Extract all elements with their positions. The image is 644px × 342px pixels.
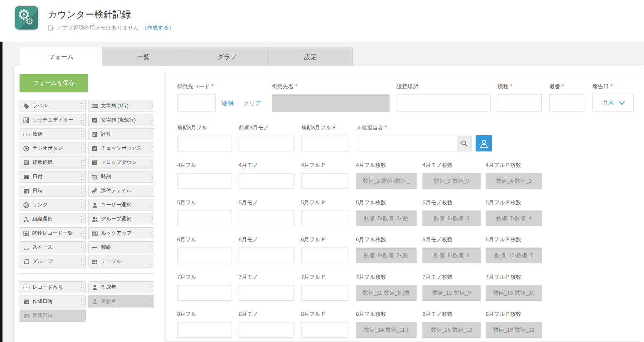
inspector-user-input[interactable]: [356, 136, 457, 151]
lookup-fetch-button[interactable]: 取得: [222, 100, 234, 107]
palette-item-multi-select[interactable]: 複数選択: [20, 156, 86, 169]
number-input[interactable]: [239, 285, 294, 301]
number-input[interactable]: [177, 322, 232, 338]
field-label-month: 5月フル枚数: [356, 199, 386, 206]
number-input[interactable]: [301, 248, 348, 263]
palette-item-record-number[interactable]: 123レコード番号: [20, 281, 86, 293]
calculated-field[interactable]: 数値_14-数値_11-(: [356, 322, 417, 338]
palette-item-date[interactable]: 日付: [20, 171, 86, 183]
datetime-icon: [23, 188, 30, 194]
palette-item-link[interactable]: リンク: [20, 199, 86, 211]
calc-icon: [91, 131, 98, 138]
number-input[interactable]: [239, 322, 294, 338]
calculated-field[interactable]: 数値_6-数値_3: [422, 211, 481, 226]
palette-item-creator[interactable]: 作成者: [88, 281, 154, 293]
calculated-field[interactable]: 数値_7-数値_4: [486, 211, 542, 226]
memo-create-link[interactable]: （作成する）: [141, 24, 174, 32]
palette-item-group[interactable]: グループ: [20, 255, 86, 268]
save-form-button[interactable]: フォームを保存: [20, 74, 88, 92]
drag-handle-icon: [150, 174, 151, 175]
palette-item-text-multi[interactable]: 文字列 (複数行): [88, 114, 154, 126]
palette-item-org-select[interactable]: 組織選択: [20, 213, 86, 225]
lookup-clear-button[interactable]: クリア: [243, 100, 261, 107]
tab-form[interactable]: フォーム: [20, 47, 102, 67]
calculated-field[interactable]: 数値_16-数値_13: [486, 322, 542, 338]
palette-item-space[interactable]: スペース: [20, 241, 86, 253]
number-input[interactable]: [301, 211, 348, 226]
palette-item-datetime[interactable]: 日時: [20, 185, 86, 197]
calculated-field[interactable]: 数値_2-数値-(数値_: [356, 173, 417, 189]
palette-item-tag[interactable]: ラベル: [20, 100, 86, 112]
palette-item-attachment[interactable]: 添付ファイル: [88, 185, 154, 197]
palette-item-label: グループ: [32, 258, 53, 265]
palette-item-updater: 更新者: [88, 295, 154, 307]
number-input[interactable]: [177, 285, 232, 301]
inspector-user-select-field[interactable]: [356, 136, 472, 151]
field-label-month: 7月フル枚数: [356, 273, 386, 281]
number-input[interactable]: [177, 248, 232, 263]
field-label-prev-march-full: 前期3月フル: [177, 124, 207, 131]
palette-item-created-time[interactable]: 作成日時: [20, 295, 86, 307]
calculated-field[interactable]: 数値_12-数値_9: [422, 285, 481, 301]
add-user-button[interactable]: [476, 135, 492, 151]
field-label-month: 4月フルＰ: [301, 161, 326, 169]
tab-graph[interactable]: グラフ: [185, 47, 269, 66]
calculated-field[interactable]: 数値_9-数値_6: [422, 248, 481, 263]
number-input[interactable]: [177, 173, 232, 189]
palette-item-user-select[interactable]: ユーザー選択: [88, 199, 154, 211]
palette-item-hr[interactable]: 罫線: [88, 241, 154, 253]
palette-item-related-records[interactable]: 関連レコード一覧: [20, 227, 86, 239]
customer-name-field-disabled: [272, 94, 390, 112]
screen-edge-strip: [0, 37, 2, 342]
user-search-segment[interactable]: [457, 136, 471, 151]
memo-note-icon: [48, 25, 54, 31]
palette-item-calc[interactable]: 計算: [88, 128, 154, 140]
calculated-field[interactable]: 数値_13-数値_10: [486, 285, 542, 301]
number-input[interactable]: [301, 285, 348, 301]
report-date-dropdown[interactable]: 月末: [592, 94, 634, 112]
number-input[interactable]: [239, 248, 294, 263]
calculated-field[interactable]: 数値_11-数値_8-(数: [356, 285, 417, 301]
palette-item-radio[interactable]: ラジオボタン: [20, 142, 86, 154]
tab-list[interactable]: 一覧: [102, 47, 185, 66]
palette-item-group-select[interactable]: グループ選択: [88, 213, 154, 225]
date-icon: [23, 173, 30, 180]
prev-march-fullp-input[interactable]: [301, 136, 348, 151]
palette-item-label: 更新者: [101, 298, 116, 305]
palette-item-label: ユーザー選択: [101, 201, 131, 208]
field-label-month: 6月フルＰ枚数: [486, 236, 521, 243]
calculated-field[interactable]: 数値_5-数値_2-(数: [356, 211, 417, 226]
number-input[interactable]: [239, 211, 294, 226]
palette-item-time[interactable]: 時刻: [88, 171, 154, 183]
prev-march-mono-input[interactable]: [239, 136, 294, 151]
palette-item-lookup[interactable]: ルックアップ: [88, 227, 154, 239]
prev-march-full-input[interactable]: [177, 136, 232, 151]
number-input[interactable]: [177, 211, 232, 226]
palette-item-table[interactable]: テーブル: [88, 255, 154, 268]
palette-item-dropdown[interactable]: ドロップダウン: [88, 156, 154, 169]
palette-item-text-single[interactable]: ABC文字列 (1行): [88, 100, 154, 112]
calculated-field[interactable]: 数値_4-数値_1: [486, 173, 542, 189]
tab-bar: フォーム一覧グラフ設定: [20, 47, 353, 67]
palette-item-rich-editor[interactable]: Aリッチエディター: [20, 114, 86, 126]
drag-handle-icon: [81, 103, 82, 104]
customer-code-input[interactable]: [177, 94, 216, 112]
calculated-field[interactable]: 数値_15-数値_12: [422, 322, 481, 338]
tab-settings[interactable]: 設定: [269, 47, 353, 66]
number-input[interactable]: [301, 322, 348, 338]
required-mark: [294, 83, 297, 89]
location-input[interactable]: [397, 94, 491, 112]
palette-item-checkbox[interactable]: チェックボックス: [88, 142, 154, 154]
palette-item-number[interactable]: 123数値: [20, 128, 86, 140]
drag-handle-icon: [150, 103, 151, 104]
calculated-field[interactable]: 数値_10-数値_7: [486, 248, 542, 263]
calculated-field[interactable]: 数値_8-数値_5-(数: [356, 248, 417, 263]
model-input[interactable]: [498, 94, 542, 112]
palette-item-label: リッチエディター: [32, 116, 73, 124]
serial-input[interactable]: [549, 94, 585, 112]
memo-text: アプリ管理者用メモはありません: [57, 24, 139, 32]
number-input[interactable]: [301, 173, 348, 189]
calculated-field[interactable]: 数値_3-数値_0: [422, 173, 481, 189]
svg-text:ABC: ABC: [93, 105, 97, 107]
number-input[interactable]: [239, 173, 294, 189]
